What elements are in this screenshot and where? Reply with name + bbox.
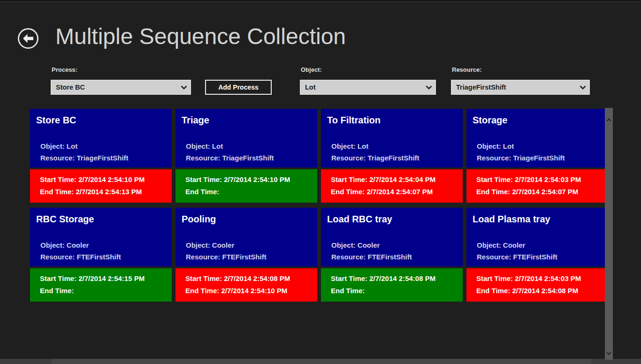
card-resource-value: FTEFirstShift xyxy=(368,253,412,261)
horizontal-scrollbar-thumb[interactable] xyxy=(52,359,591,364)
card-resource-value: FTEFirstShift xyxy=(77,253,121,261)
card-resource-line: Resource: TriageFirstShift xyxy=(40,152,168,164)
start-time-label: Start Time: xyxy=(185,274,222,282)
card-start-line: Start Time: 2/7/2014 2:54:03 PM xyxy=(476,273,606,285)
card-object-label: Object: xyxy=(477,241,501,249)
start-time-value: 2/7/2014 2:54:03 PM xyxy=(515,175,581,183)
end-time-label: End Time: xyxy=(331,188,365,196)
object-dropdown[interactable]: Lot xyxy=(300,80,436,95)
end-time-label: End Time: xyxy=(185,188,219,196)
end-time-value: 2/7/2014 2:54:13 PM xyxy=(76,188,142,196)
card-object-line: Object: Cooler xyxy=(331,239,459,251)
resource-label: Resource: xyxy=(452,66,482,73)
process-card-rbc-storage[interactable]: RBC Storage Object: Cooler Resource: FTE… xyxy=(30,208,172,302)
chevron-down-icon xyxy=(423,85,435,90)
resource-dropdown[interactable]: TriageFirstShift xyxy=(451,80,590,95)
card-title: Storage xyxy=(473,114,604,126)
start-time-value: 2/7/2014 2:54:08 PM xyxy=(369,274,435,282)
card-object-line: Object: Cooler xyxy=(186,239,313,251)
chevron-down-icon xyxy=(178,85,190,90)
window-top-edge-highlight xyxy=(0,1,641,2)
card-title: Triage xyxy=(182,114,313,126)
card-object-value: Cooler xyxy=(212,241,235,249)
process-card-load-plasma-tray[interactable]: Load Plasma tray Object: Cooler Resource… xyxy=(466,208,608,302)
object-dropdown-value: Lot xyxy=(301,83,423,91)
card-end-line: End Time: 2/7/2014 2:54:13 PM xyxy=(40,186,170,198)
card-start-line: Start Time: 2/7/2014 2:54:08 PM xyxy=(331,273,461,285)
card-start-line: Start Time: 2/7/2014 2:54:04 PM xyxy=(331,174,461,186)
card-end-line: End Time: 2/7/2014 2:54:08 PM xyxy=(476,285,606,297)
card-start-line: Start Time: 2/7/2014 2:54:10 PM xyxy=(185,174,315,186)
card-status-tile: Start Time: 2/7/2014 2:54:15 PM End Time… xyxy=(30,268,172,302)
card-object-line: Object: Lot xyxy=(186,140,313,152)
scroll-down-icon[interactable] xyxy=(606,349,611,352)
card-meta: Object: Lot Resource: TriageFirstShift xyxy=(331,140,459,164)
card-resource-label: Resource: xyxy=(477,253,511,261)
app-window: Multiple Sequence Collection Process: St… xyxy=(0,0,641,364)
process-card-triage[interactable]: Triage Object: Lot Resource: TriageFirst… xyxy=(176,109,317,203)
card-meta: Object: Lot Resource: TriageFirstShift xyxy=(40,140,168,164)
card-info-tile: Storage Object: Lot Resource: TriageFirs… xyxy=(466,109,608,167)
resource-dropdown-value: TriageFirstShift xyxy=(452,83,577,91)
start-time-value: 2/7/2014 2:54:03 PM xyxy=(515,274,581,282)
card-object-value: Lot xyxy=(358,142,368,150)
start-time-value: 2/7/2014 2:54:08 PM xyxy=(224,274,290,282)
start-time-label: Start Time: xyxy=(476,274,513,282)
process-dropdown[interactable]: Store BC xyxy=(51,80,191,95)
start-time-value: 2/7/2014 2:54:04 PM xyxy=(369,175,435,183)
process-card-storage[interactable]: Storage Object: Lot Resource: TriageFirs… xyxy=(466,109,608,203)
card-object-value: Cooler xyxy=(67,241,89,249)
card-object-label: Object: xyxy=(331,142,356,150)
chevron-down-icon xyxy=(577,85,589,90)
card-meta: Object: Cooler Resource: FTEFirstShift xyxy=(40,239,168,263)
card-object-value: Cooler xyxy=(358,241,380,249)
card-resource-line: Resource: TriageFirstShift xyxy=(477,152,604,164)
card-meta: Object: Cooler Resource: FTEFirstShift xyxy=(477,239,604,263)
card-resource-value: FTEFirstShift xyxy=(513,253,557,261)
end-time-label: End Time: xyxy=(40,188,74,196)
card-object-value: Lot xyxy=(503,142,514,150)
card-meta: Object: Cooler Resource: FTEFirstShift xyxy=(331,239,459,263)
card-object-label: Object: xyxy=(40,241,65,249)
start-time-label: Start Time: xyxy=(40,175,76,183)
card-title: Load Plasma tray xyxy=(473,213,604,225)
card-resource-value: TriageFirstShift xyxy=(77,154,129,162)
card-start-line: Start Time: 2/7/2014 2:54:03 PM xyxy=(476,174,606,186)
card-resource-line: Resource: FTEFirstShift xyxy=(331,251,459,263)
back-arrow-circle-icon xyxy=(17,44,39,51)
process-card-store-bc[interactable]: Store BC Object: Lot Resource: TriageFir… xyxy=(30,109,172,203)
process-card-load-rbc-tray[interactable]: Load RBC tray Object: Cooler Resource: F… xyxy=(321,208,463,302)
scroll-up-icon[interactable] xyxy=(606,115,611,119)
card-resource-label: Resource: xyxy=(40,253,75,261)
card-info-tile: Load RBC tray Object: Cooler Resource: F… xyxy=(321,208,463,266)
card-meta: Object: Lot Resource: TriageFirstShift xyxy=(186,140,313,164)
card-title: To Filtration xyxy=(327,114,459,126)
card-status-tile: Start Time: 2/7/2014 2:54:03 PM End Time… xyxy=(466,169,608,203)
card-start-line: Start Time: 2/7/2014 2:54:15 PM xyxy=(40,273,170,285)
end-time-label: End Time: xyxy=(331,287,365,295)
card-resource-value: TriageFirstShift xyxy=(513,154,565,162)
sequence-card-grid: Store BC Object: Lot Resource: TriageFir… xyxy=(30,109,608,302)
card-resource-line: Resource: TriageFirstShift xyxy=(331,152,459,164)
add-process-button[interactable]: Add Process xyxy=(205,80,272,95)
horizontal-scrollbar[interactable] xyxy=(0,359,641,364)
card-title: Load RBC tray xyxy=(327,213,459,225)
card-object-label: Object: xyxy=(40,142,65,150)
vertical-scrollbar[interactable] xyxy=(605,108,613,360)
card-resource-label: Resource: xyxy=(477,154,511,162)
start-time-label: Start Time: xyxy=(331,175,367,183)
card-resource-label: Resource: xyxy=(186,154,220,162)
card-meta: Object: Cooler Resource: FTEFirstShift xyxy=(186,239,313,263)
process-card-pooling[interactable]: Pooling Object: Cooler Resource: FTEFirs… xyxy=(176,208,317,302)
process-card-to-filtration[interactable]: To Filtration Object: Lot Resource: Tria… xyxy=(321,109,463,203)
back-button[interactable] xyxy=(17,27,39,50)
start-time-label: Start Time: xyxy=(40,274,76,282)
card-title: Store BC xyxy=(36,114,168,126)
process-label: Process: xyxy=(52,66,77,73)
end-time-label: End Time: xyxy=(476,287,510,295)
start-time-label: Start Time: xyxy=(331,274,367,282)
card-object-line: Object: Lot xyxy=(331,140,459,152)
start-time-label: Start Time: xyxy=(185,175,222,183)
card-end-line: End Time: 2/7/2014 2:54:07 PM xyxy=(331,186,461,198)
card-resource-value: TriageFirstShift xyxy=(368,154,420,162)
